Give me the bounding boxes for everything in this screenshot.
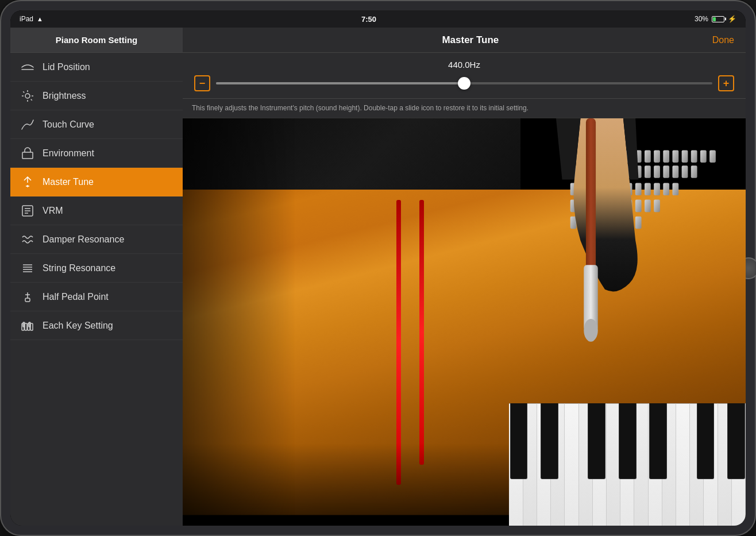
sidebar-item-master-tune[interactable]: Master Tune	[10, 168, 183, 196]
piano-keys-bottom	[509, 403, 746, 526]
svg-rect-21	[29, 322, 30, 327]
piano-image-area	[183, 118, 746, 526]
white-key	[523, 403, 537, 526]
white-key	[620, 403, 634, 526]
string-icon	[20, 260, 36, 276]
slider-thumb[interactable]	[458, 77, 470, 90]
white-key	[551, 403, 565, 526]
sidebar-item-label: Lid Position	[43, 62, 90, 72]
svg-line-4	[23, 91, 24, 92]
slider-fill	[216, 82, 464, 84]
device-frame: iPad ▲ 7:50 30% ⚡ Piano Room Setting	[0, 0, 756, 536]
device-name-label: iPad	[20, 15, 33, 23]
wifi-icon: ▲	[37, 16, 43, 22]
status-left: iPad ▲	[20, 15, 43, 23]
sidebar-item-half-pedal-point[interactable]: Half Pedal Point	[10, 283, 183, 311]
sidebar-item-damper-resonance[interactable]: Damper Resonance	[10, 225, 183, 254]
sidebar-item-touch-curve[interactable]: Touch Curve	[10, 110, 183, 139]
sidebar: Piano Room Setting Lid Position Brightne…	[10, 28, 183, 526]
svg-point-133	[584, 319, 598, 342]
panel-title: Master Tune	[229, 34, 712, 46]
white-key	[634, 403, 648, 526]
slider-row: − +	[194, 75, 734, 91]
piano-scene	[183, 118, 746, 526]
sidebar-item-label: VRM	[43, 206, 63, 216]
right-header: Master Tune Done	[183, 28, 746, 53]
battery-icon	[712, 16, 724, 22]
white-key	[565, 403, 578, 526]
pedal-icon	[20, 289, 36, 305]
svg-point-1	[25, 94, 30, 98]
tuning-hammer	[577, 118, 605, 363]
white-key	[607, 403, 620, 526]
done-button[interactable]: Done	[712, 35, 734, 45]
white-key	[704, 403, 718, 526]
svg-rect-131	[586, 118, 596, 282]
decrease-button[interactable]: −	[194, 75, 210, 91]
status-time: 7:50	[361, 15, 376, 24]
sidebar-item-label: Environment	[43, 148, 94, 159]
white-key	[732, 403, 746, 526]
white-key	[662, 403, 676, 526]
red-bar-2	[419, 200, 424, 465]
lid-icon	[20, 59, 36, 75]
status-bar: iPad ▲ 7:50 30% ⚡	[10, 10, 746, 28]
svg-rect-86	[709, 151, 716, 163]
left-shadow	[183, 118, 295, 526]
master-tune-icon	[20, 174, 36, 190]
white-key	[718, 403, 732, 526]
sidebar-title: Piano Room Setting	[10, 28, 183, 53]
white-key	[593, 403, 607, 526]
sidebar-item-label: Damper Resonance	[43, 234, 124, 245]
svg-rect-20	[23, 322, 25, 327]
sidebar-item-label: Each Key Setting	[43, 321, 113, 331]
sidebar-item-label: Brightness	[43, 91, 86, 101]
white-key	[537, 403, 551, 526]
brightness-icon	[20, 88, 36, 104]
main-content: Piano Room Setting Lid Position Brightne…	[10, 28, 746, 526]
svg-rect-84	[691, 151, 697, 163]
key-setting-icon	[20, 318, 36, 334]
svg-rect-14	[25, 298, 30, 302]
sidebar-item-label: Half Pedal Point	[43, 292, 109, 302]
charging-icon: ⚡	[728, 15, 736, 23]
red-bar	[396, 200, 401, 485]
sidebar-item-lid-position[interactable]: Lid Position	[10, 53, 183, 82]
tune-description: This finely adjusts the Instrument's pit…	[183, 99, 746, 118]
sidebar-item-label: Touch Curve	[43, 119, 94, 130]
svg-rect-8	[22, 152, 33, 159]
white-key	[676, 403, 690, 526]
increase-button[interactable]: +	[718, 75, 734, 91]
tune-slider[interactable]	[216, 82, 712, 84]
hand-silhouette	[520, 118, 689, 302]
screen: iPad ▲ 7:50 30% ⚡ Piano Room Setting	[10, 10, 746, 526]
svg-rect-85	[700, 151, 707, 163]
tune-control: 440.0Hz − +	[183, 53, 746, 99]
svg-line-5	[31, 99, 32, 100]
touch-curve-icon	[20, 117, 36, 133]
sidebar-item-each-key-setting[interactable]: Each Key Setting	[10, 311, 183, 340]
status-right: 30% ⚡	[695, 15, 736, 23]
white-key	[509, 403, 523, 526]
right-panel: Master Tune Done 440.0Hz − +	[183, 28, 746, 526]
vrm-icon	[20, 203, 36, 219]
white-key	[690, 403, 704, 526]
white-key	[649, 403, 662, 526]
battery-percent-label: 30%	[695, 15, 708, 23]
sidebar-item-string-resonance[interactable]: String Resonance	[10, 254, 183, 283]
sidebar-item-label: String Resonance	[43, 263, 115, 273]
battery-fill	[713, 17, 716, 21]
tune-value: 440.0Hz	[194, 60, 734, 70]
damper-icon	[20, 232, 36, 248]
sidebar-item-environment[interactable]: Environment	[10, 139, 183, 168]
white-key	[579, 403, 593, 526]
sidebar-item-vrm[interactable]: VRM	[10, 196, 183, 225]
sidebar-item-brightness[interactable]: Brightness	[10, 82, 183, 110]
sidebar-item-label: Master Tune	[43, 177, 94, 187]
environment-icon	[20, 145, 36, 161]
svg-rect-100	[691, 166, 697, 179]
